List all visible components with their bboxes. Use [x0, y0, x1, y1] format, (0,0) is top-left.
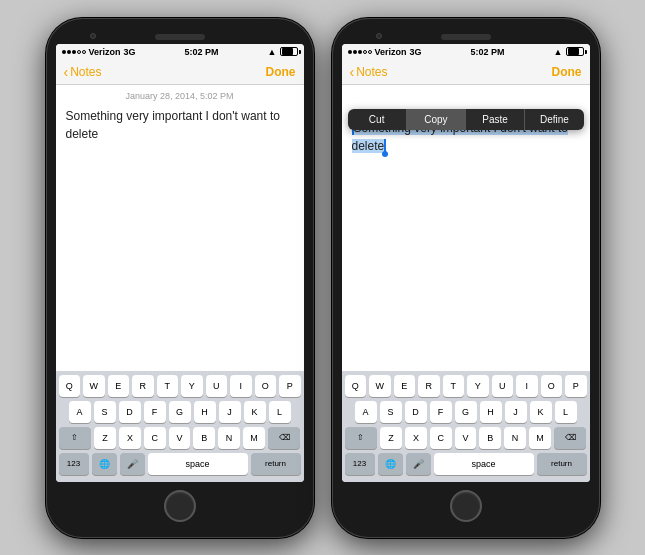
- kb-row-4-left: 123 🌐 🎤 space return: [59, 453, 301, 475]
- screen-right: Verizon 3G 5:02 PM ▲ ‹ Notes Done: [342, 44, 590, 482]
- status-left-left: Verizon 3G: [62, 47, 136, 57]
- key-C-right[interactable]: C: [430, 427, 452, 449]
- key-G-right[interactable]: G: [455, 401, 477, 423]
- phone-bottom-left: [164, 482, 196, 528]
- key-K-right[interactable]: K: [530, 401, 552, 423]
- key-A-right[interactable]: A: [355, 401, 377, 423]
- key-space-right[interactable]: space: [434, 453, 534, 475]
- key-F-right[interactable]: F: [430, 401, 452, 423]
- key-W-right[interactable]: W: [369, 375, 391, 397]
- key-E-left[interactable]: E: [108, 375, 130, 397]
- key-D-left[interactable]: D: [119, 401, 141, 423]
- signal-arrow-left: ▲: [268, 47, 277, 57]
- menu-cut[interactable]: Cut: [348, 109, 407, 130]
- context-menu: Cut Copy Paste Define: [348, 109, 584, 130]
- key-F-left[interactable]: F: [144, 401, 166, 423]
- key-B-right[interactable]: B: [479, 427, 501, 449]
- key-space-left[interactable]: space: [148, 453, 248, 475]
- key-V-right[interactable]: V: [455, 427, 477, 449]
- note-text-left[interactable]: Something very important I don't want to…: [66, 107, 294, 143]
- key-Q-left[interactable]: Q: [59, 375, 81, 397]
- key-globe-left[interactable]: 🌐: [92, 453, 117, 475]
- dot3: [72, 50, 76, 54]
- key-Z-right[interactable]: Z: [380, 427, 402, 449]
- dot1r: [348, 50, 352, 54]
- key-E-right[interactable]: E: [394, 375, 416, 397]
- key-shift-left[interactable]: ⇧: [59, 427, 92, 449]
- key-M-left[interactable]: M: [243, 427, 265, 449]
- key-X-right[interactable]: X: [405, 427, 427, 449]
- menu-copy[interactable]: Copy: [407, 109, 466, 130]
- menu-define[interactable]: Define: [525, 109, 583, 130]
- speaker-left: [155, 34, 205, 40]
- key-A-left[interactable]: A: [69, 401, 91, 423]
- key-O-left[interactable]: O: [255, 375, 277, 397]
- done-button-right[interactable]: Done: [552, 65, 582, 79]
- key-del-left[interactable]: ⌫: [268, 427, 301, 449]
- done-button-left[interactable]: Done: [266, 65, 296, 79]
- key-Y-right[interactable]: Y: [467, 375, 489, 397]
- key-J-right[interactable]: J: [505, 401, 527, 423]
- key-R-right[interactable]: R: [418, 375, 440, 397]
- key-Q-right[interactable]: Q: [345, 375, 367, 397]
- note-content-left: January 28, 2014, 5:02 PM Something very…: [56, 85, 304, 371]
- key-Z-left[interactable]: Z: [94, 427, 116, 449]
- key-O-right[interactable]: O: [541, 375, 563, 397]
- key-globe-right[interactable]: 🌐: [378, 453, 403, 475]
- key-N-left[interactable]: N: [218, 427, 240, 449]
- signal-dots: [62, 50, 86, 54]
- key-N-right[interactable]: N: [504, 427, 526, 449]
- key-T-left[interactable]: T: [157, 375, 179, 397]
- key-P-right[interactable]: P: [565, 375, 587, 397]
- key-U-right[interactable]: U: [492, 375, 514, 397]
- camera-left: [90, 33, 96, 39]
- kb-row-1-right: Q W E R T Y U I O P: [345, 375, 587, 397]
- key-Y-left[interactable]: Y: [181, 375, 203, 397]
- menu-paste[interactable]: Paste: [466, 109, 525, 130]
- key-B-left[interactable]: B: [193, 427, 215, 449]
- key-123-left[interactable]: 123: [59, 453, 89, 475]
- key-mic-left[interactable]: 🎤: [120, 453, 145, 475]
- key-return-right[interactable]: return: [537, 453, 587, 475]
- key-I-right[interactable]: I: [516, 375, 538, 397]
- key-T-right[interactable]: T: [443, 375, 465, 397]
- kb-row-4-right: 123 🌐 🎤 space return: [345, 453, 587, 475]
- home-button-left[interactable]: [164, 490, 196, 522]
- key-V-left[interactable]: V: [169, 427, 191, 449]
- key-S-left[interactable]: S: [94, 401, 116, 423]
- phone-left: Verizon 3G 5:02 PM ▲ ‹ Notes Done: [46, 18, 314, 538]
- key-I-left[interactable]: I: [230, 375, 252, 397]
- key-123-right[interactable]: 123: [345, 453, 375, 475]
- home-button-right[interactable]: [450, 490, 482, 522]
- key-H-left[interactable]: H: [194, 401, 216, 423]
- key-del-right[interactable]: ⌫: [554, 427, 587, 449]
- kb-row-3-left: ⇧ Z X C V B N M ⌫: [59, 427, 301, 449]
- dot3r: [358, 50, 362, 54]
- carrier-left: Verizon: [89, 47, 121, 57]
- key-R-left[interactable]: R: [132, 375, 154, 397]
- key-U-left[interactable]: U: [206, 375, 228, 397]
- key-L-left[interactable]: L: [269, 401, 291, 423]
- key-S-right[interactable]: S: [380, 401, 402, 423]
- key-return-left[interactable]: return: [251, 453, 301, 475]
- key-shift-right[interactable]: ⇧: [345, 427, 378, 449]
- back-button-left[interactable]: ‹ Notes: [64, 64, 102, 80]
- keyboard-left: Q W E R T Y U I O P A S D F G H: [56, 371, 304, 482]
- key-D-right[interactable]: D: [405, 401, 427, 423]
- key-C-left[interactable]: C: [144, 427, 166, 449]
- key-M-right[interactable]: M: [529, 427, 551, 449]
- key-H-right[interactable]: H: [480, 401, 502, 423]
- key-L-right[interactable]: L: [555, 401, 577, 423]
- key-J-left[interactable]: J: [219, 401, 241, 423]
- key-K-left[interactable]: K: [244, 401, 266, 423]
- nav-bar-right: ‹ Notes Done: [342, 60, 590, 85]
- back-button-right[interactable]: ‹ Notes: [350, 64, 388, 80]
- key-W-left[interactable]: W: [83, 375, 105, 397]
- key-P-left[interactable]: P: [279, 375, 301, 397]
- key-G-left[interactable]: G: [169, 401, 191, 423]
- key-mic-right[interactable]: 🎤: [406, 453, 431, 475]
- status-left-right: Verizon 3G: [348, 47, 422, 57]
- key-X-left[interactable]: X: [119, 427, 141, 449]
- phones-container: Verizon 3G 5:02 PM ▲ ‹ Notes Done: [36, 8, 610, 548]
- dot2r: [353, 50, 357, 54]
